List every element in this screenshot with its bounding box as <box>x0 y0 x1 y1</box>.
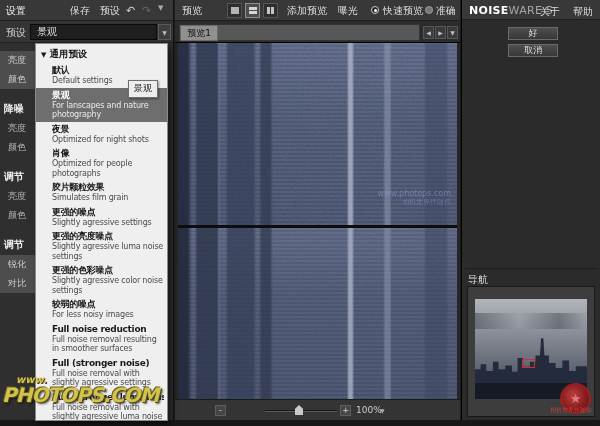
toolbar-caret-icon[interactable]: ▼ <box>158 4 163 12</box>
preset-item-desc: For lanscapes and nature photography <box>52 101 164 120</box>
tab-menu-button[interactable]: ▼ <box>447 26 458 39</box>
zoom-slider-thumb[interactable] <box>295 405 303 415</box>
settings-title: 设置 <box>6 4 26 18</box>
preset-list: 默认Default settings景观For lanscapes and na… <box>36 63 167 421</box>
preset-row: 预设 景观 ▼ <box>0 21 173 43</box>
undo-icon[interactable]: ↶ <box>126 4 135 17</box>
preset-item-title: 肖像 <box>52 148 164 159</box>
preview-panel: 预览 添加预览 曝光 快速预览 准确 预览1 ◀ ▶ ▼ <box>175 0 460 420</box>
cancel-button[interactable]: 取消 <box>508 44 558 57</box>
noiseware-window: 设置 保存 预设 ↶ ↷ ▼ 预设 景观 ▼ 亮度颜色降噪亮度颜色调节亮度颜色调… <box>0 0 600 426</box>
vsplit-icon <box>267 7 270 14</box>
photops-watermark: www. PHOTOPS.COM <box>2 375 158 405</box>
preset-item[interactable]: 肖像Optimized for people photographs <box>36 146 167 180</box>
sidebar-slider-label: 对比 <box>0 274 35 293</box>
noise-grain-overlay-2 <box>178 228 457 399</box>
save-button[interactable]: 保存 <box>70 4 90 18</box>
vsplit-icon-2 <box>271 7 274 14</box>
vertical-split-view-button[interactable] <box>263 3 278 18</box>
preset-item-title: 夜景 <box>52 124 164 135</box>
tab-prev-button[interactable]: ◀ <box>423 26 434 39</box>
preset-item-desc: Slightly agressive color noise settings <box>52 276 164 295</box>
sidebar-slider-label: 颜色 <box>0 70 35 89</box>
preset-group-header[interactable]: ▼通用预设 <box>36 44 167 63</box>
preview-tab-bar: 预览1 ◀ ▶ ▼ <box>175 21 460 43</box>
preset-item-title: 更强的色彩噪点 <box>52 265 164 276</box>
zoom-out-button[interactable]: - <box>215 405 226 416</box>
sidebar-slider-label: 锐化 <box>0 255 35 274</box>
logo-caption: 相机世界伴随你 <box>550 406 592 415</box>
quick-preview-label[interactable]: 快速预览 <box>383 4 423 18</box>
preset-item-title: 较弱的噪点 <box>52 299 164 310</box>
horizontal-split-view-button[interactable] <box>245 3 260 18</box>
tab-next-button[interactable]: ▶ <box>435 26 446 39</box>
ok-button[interactable]: 好 <box>508 27 558 40</box>
collapse-triangle-icon: ▼ <box>41 51 46 59</box>
navigator-frame: ★ 相机世界伴随你 <box>467 286 595 417</box>
zoom-bar: - + 100% ▼ <box>175 399 460 420</box>
help-button[interactable]: 帮助 <box>573 5 593 19</box>
quick-preview-radio[interactable] <box>371 6 379 14</box>
preset-combobox-button[interactable]: ▼ <box>158 24 171 40</box>
sidebar-slider-label: 亮度 <box>0 51 35 70</box>
preset-item[interactable]: Full noise reductionFull noise removal r… <box>36 322 167 356</box>
preset-item-desc: Optimized for night shots <box>52 135 164 145</box>
single-view-button[interactable] <box>227 3 242 18</box>
zoom-level-caret-icon[interactable]: ▼ <box>380 407 385 414</box>
preset-item-title: 默认 <box>52 65 164 76</box>
zoom-level-value[interactable]: 100% <box>356 405 382 415</box>
settings-toolbar: 设置 保存 预设 ↶ ↷ ▼ <box>0 0 173 21</box>
sidebar-slider-label: 亮度 <box>0 119 35 138</box>
app-header: NOISEWARE 5 关于 帮助 <box>462 0 600 20</box>
preset-tooltip: 景观 <box>128 80 158 98</box>
preset-item[interactable]: 更强的色彩噪点Slightly agressive color noise se… <box>36 263 167 297</box>
preset-item-title: 更强的噪点 <box>52 207 164 218</box>
single-view-icon <box>231 7 239 14</box>
sidebar-slider-label: 颜色 <box>0 206 35 225</box>
redo-icon[interactable]: ↷ <box>142 4 151 17</box>
hsplit-icon <box>249 7 257 10</box>
photo-watermark: www.photops.com 相机世界伴随你 <box>378 189 451 207</box>
sidebar-section-header[interactable]: 调节 <box>0 233 35 255</box>
preset-item[interactable]: 更强的噪点Slightly agressive settings <box>36 205 167 230</box>
navigator-view-marker[interactable] <box>522 359 535 368</box>
preset-label: 预设 <box>6 26 26 40</box>
preset-item-title: 更强的亮度噪点 <box>52 231 164 242</box>
preset-dropdown-menu: ▼通用预设 默认Default settings景观For lanscapes … <box>35 43 168 421</box>
exposure-button[interactable]: 曝光 <box>338 4 358 18</box>
preset-item[interactable]: 较弱的噪点For less noisy images <box>36 297 167 322</box>
preset-item-desc: Simulates film grain <box>52 193 164 203</box>
tab-preview1[interactable]: 预览1 <box>180 25 218 41</box>
zoom-in-button[interactable]: + <box>340 405 351 416</box>
accurate-radio[interactable] <box>425 6 433 14</box>
preset-item-desc: Slightly agressive luma noise settings <box>52 242 164 261</box>
thumbnail-clouds <box>475 313 587 329</box>
accurate-label[interactable]: 准确 <box>436 4 456 18</box>
about-button[interactable]: 关于 <box>540 5 560 19</box>
preset-item[interactable]: 胶片颗粒效果Simulates film grain <box>36 180 167 205</box>
preset-item[interactable]: 更强的亮度噪点Slightly agressive luma noise set… <box>36 229 167 263</box>
preview-area: www.photops.com 相机世界伴随你 <box>178 43 457 399</box>
sidebar-slider-label: 颜色 <box>0 138 35 157</box>
add-preview-button[interactable]: 添加预览 <box>287 4 327 18</box>
sidebar-section-header[interactable]: 降噪 <box>0 97 35 119</box>
preview-image-filtered[interactable] <box>178 228 457 399</box>
preset-item-desc: Slightly agressive settings <box>52 218 164 228</box>
preset-item-title: Full noise reduction <box>52 324 164 335</box>
preview-toolbar: 预览 添加预览 曝光 快速预览 准确 <box>175 0 460 21</box>
app-panel: NOISEWARE 5 关于 帮助 好 取消 导航 ★ 相机世界伴随你 <box>461 0 600 420</box>
preset-item-title: 胶片颗粒效果 <box>52 182 164 193</box>
presets-menu-button[interactable]: 预设 <box>100 4 120 18</box>
preset-item-desc: For less noisy images <box>52 310 164 320</box>
preview-image-original[interactable]: www.photops.com 相机世界伴随你 <box>178 43 457 225</box>
adjustment-sidebar: 亮度颜色降噪亮度颜色调节亮度颜色调节锐化对比 <box>0 43 35 414</box>
preset-combobox[interactable]: 景观 <box>30 24 157 40</box>
preset-item[interactable]: 夜景Optimized for night shots <box>36 122 167 147</box>
preset-item-desc: Full noise removal resulting in smoother… <box>52 335 164 354</box>
sidebar-slider-label: 亮度 <box>0 187 35 206</box>
navigator-title: 导航 <box>468 273 488 287</box>
preset-item-desc: Optimized for people photographs <box>52 159 164 178</box>
hsplit-icon-2 <box>249 11 257 14</box>
preview-title: 预览 <box>182 4 202 18</box>
sidebar-section-header[interactable]: 调节 <box>0 165 35 187</box>
